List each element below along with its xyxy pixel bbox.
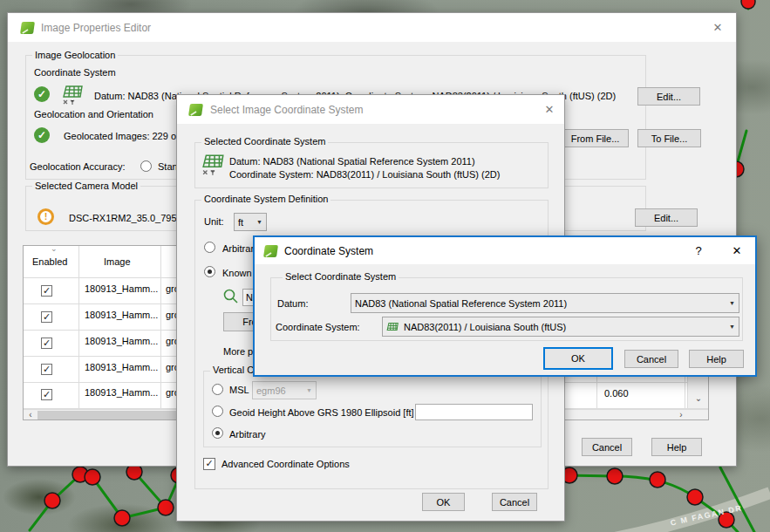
coordinate-grid-icon: [62, 85, 85, 106]
row-image-cell[interactable]: 180913_Hamm...: [85, 336, 158, 346]
search-icon: [222, 288, 240, 305]
selected-datum-line: Datum: NAD83 (National Spatial Reference…: [229, 156, 475, 167]
value-cell[interactable]: 0.060: [604, 388, 629, 399]
column-divider: [78, 246, 79, 408]
unit-dropdown[interactable]: ft ▼: [234, 213, 267, 231]
msl-radio[interactable]: [212, 384, 223, 395]
row-enabled-checkbox[interactable]: ✓: [41, 389, 52, 400]
to-file-button[interactable]: To File...: [637, 129, 701, 147]
row-enabled-checkbox[interactable]: ✓: [41, 311, 52, 323]
coordinate-system-label: Coordinate System:: [276, 322, 360, 332]
cancel-button[interactable]: Cancel: [492, 493, 537, 511]
row-image-cell[interactable]: 180913_Hamm...: [85, 362, 158, 372]
help-button[interactable]: Help: [651, 438, 702, 456]
vertical-arbitrary-radio[interactable]: [212, 427, 223, 439]
help-button[interactable]: Help: [689, 350, 744, 368]
msl-label: MSL: [229, 385, 249, 395]
coordinate-system-heading: Coordinate System: [34, 67, 116, 78]
sort-chevron-icon[interactable]: ⌄: [51, 245, 58, 253]
column-divider: [160, 246, 161, 408]
row-enabled-checkbox[interactable]: ✓: [41, 364, 52, 375]
vertical-arbitrary-label: Arbitrary: [229, 429, 266, 440]
ok-button[interactable]: OK: [543, 347, 613, 370]
scroll-left-icon[interactable]: ‹: [25, 409, 36, 420]
close-icon[interactable]: ✕: [729, 244, 745, 257]
row-image-cell[interactable]: 180913_Hamm...: [85, 387, 158, 398]
column-header-enabled[interactable]: Enabled: [32, 256, 67, 267]
datum-label: Datum:: [277, 298, 308, 309]
group-label: Selected Camera Model: [32, 181, 140, 191]
scroll-down-icon[interactable]: ⌄: [690, 392, 707, 404]
geoid-height-radio[interactable]: [212, 406, 223, 417]
group-label: Select Coordinate System: [283, 271, 399, 282]
app-icon: [263, 245, 278, 257]
help-icon[interactable]: ?: [691, 244, 706, 257]
group-label: Image Geolocation: [32, 50, 118, 60]
dialog-title: Select Image Coordinate System: [210, 104, 363, 116]
from-file-button[interactable]: From File...: [562, 129, 629, 147]
geoid-model-dropdown: egm96 ▼: [252, 381, 317, 399]
title-bar[interactable]: Image Properties Editor ✕: [8, 13, 736, 42]
camera-model-name: DSC-RX1RM2_35.0_7952: [69, 213, 182, 223]
chevron-down-icon: ▼: [724, 324, 735, 330]
accuracy-standard-radio[interactable]: [140, 160, 152, 172]
coordinate-grid-icon: [201, 153, 226, 177]
desktop: C M FAGAN DR Image Properties Editor ✕ I…: [0, 0, 770, 532]
column-header-image[interactable]: Image: [104, 256, 131, 267]
orientation-heading: Geolocation and Orientation: [34, 109, 153, 119]
ok-status-icon: ✓: [34, 127, 50, 143]
chevron-down-icon: ▼: [251, 219, 262, 225]
selected-coordinate-line: Coordinate System: NAD83(2011) / Louisia…: [229, 169, 500, 180]
chevron-down-icon: ▼: [301, 387, 312, 393]
row-image-cell[interactable]: 180913_Hamm...: [85, 283, 158, 294]
advanced-options-checkbox[interactable]: ✓: [203, 458, 215, 470]
known-cs-radio[interactable]: [204, 266, 215, 277]
geoid-height-input[interactable]: [415, 404, 533, 420]
close-icon[interactable]: ✕: [710, 21, 726, 34]
row-image-cell[interactable]: 180913_Hamm...: [85, 310, 158, 320]
geoid-height-label: Geoid Height Above GRS 1980 Ellipsoid [f…: [229, 407, 414, 418]
edit-coordinate-button[interactable]: Edit...: [637, 87, 700, 106]
dialog-title: Image Properties Editor: [41, 22, 151, 34]
title-bar[interactable]: Coordinate System ? ✕: [255, 237, 755, 264]
arbitrary-cs-radio[interactable]: [204, 242, 215, 253]
group-label: Selected Coordinate System: [201, 136, 328, 147]
ok-status-icon: ✓: [34, 86, 50, 102]
accuracy-label: Geolocation Accuracy:: [30, 161, 125, 172]
chevron-down-icon: ▼: [724, 300, 735, 306]
scroll-right-icon[interactable]: ›: [676, 409, 686, 420]
warning-icon: !: [37, 208, 54, 225]
row-enabled-checkbox[interactable]: ✓: [41, 285, 52, 297]
coordinate-grid-icon: [386, 321, 399, 332]
cancel-button[interactable]: Cancel: [582, 438, 632, 456]
cancel-button[interactable]: Cancel: [624, 350, 678, 368]
advanced-options-label: Advanced Coordinate Options: [221, 459, 350, 469]
app-icon: [20, 22, 35, 34]
row-enabled-checkbox[interactable]: ✓: [41, 338, 52, 349]
unit-label: Unit:: [204, 216, 224, 227]
title-bar[interactable]: Select Image Coordinate System ✕: [177, 95, 564, 124]
group-label: Coordinate System Definition: [201, 194, 330, 204]
coordinate-system-dialog: Coordinate System ? ✕ Select Coordinate …: [253, 235, 757, 377]
close-icon[interactable]: ✕: [542, 103, 557, 116]
coordinate-system-dropdown[interactable]: NAD83(2011) / Louisiana South (ftUS) ▼: [382, 317, 739, 337]
datum-dropdown[interactable]: NAD83 (National Spatial Reference System…: [351, 293, 739, 313]
app-icon: [188, 104, 203, 116]
dialog-title: Coordinate System: [284, 245, 373, 257]
edit-camera-button[interactable]: Edit...: [635, 208, 698, 227]
ok-button[interactable]: OK: [422, 493, 465, 511]
